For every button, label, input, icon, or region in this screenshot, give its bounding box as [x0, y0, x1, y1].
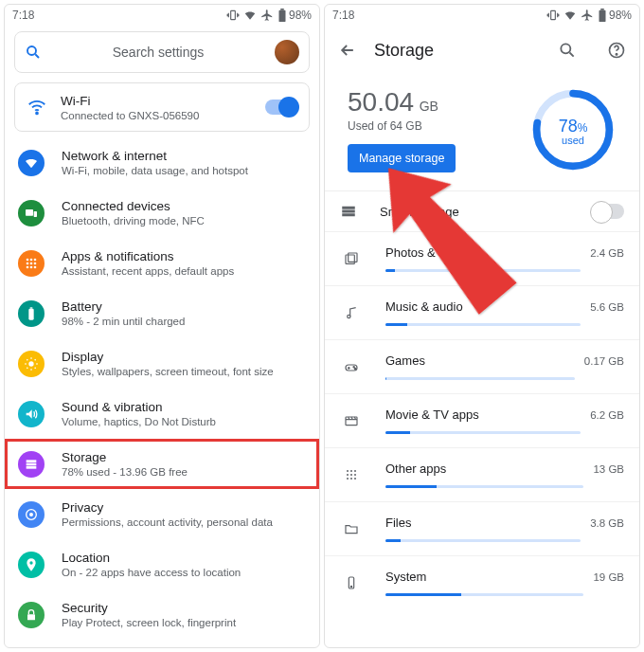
row-sub: Permissions, account activity, personal … — [62, 516, 306, 528]
category-name: Other apps — [385, 462, 583, 476]
svg-rect-28 — [600, 9, 604, 10]
row-title: Network & internet — [62, 149, 306, 163]
category-name: Movie & TV apps — [385, 408, 581, 422]
row-sub: Assistant, recent apps, default apps — [62, 265, 306, 277]
settings-row-devices[interactable]: Connected devicesBluetooth, driving mode… — [5, 188, 319, 238]
svg-point-8 — [30, 258, 33, 261]
row-sub: Volume, haptics, Do Not Disturb — [62, 416, 306, 427]
wifi-sub: Connected to GNXS-056590 — [61, 110, 265, 121]
settings-row-privacy[interactable]: PrivacyPermissions, account activity, pe… — [5, 489, 319, 539]
wifi-status-icon — [243, 9, 257, 22]
row-sub: 98% - 2 min until charged — [62, 316, 306, 327]
row-title: Security — [62, 601, 306, 615]
usage-ring: 78% used — [528, 84, 618, 175]
music-icon — [340, 305, 363, 320]
help-icon[interactable] — [607, 41, 626, 60]
settings-row-storage[interactable]: Storage78% used - 13.96 GB free — [5, 439, 319, 489]
svg-point-52 — [354, 478, 356, 480]
status-bar: 7:18 98% — [325, 5, 639, 26]
svg-rect-35 — [342, 210, 355, 213]
row-sub: Styles, wallpapers, screen timeout, font… — [62, 366, 306, 377]
used-number: 50.04 — [348, 87, 414, 117]
svg-rect-17 — [30, 307, 33, 308]
wifi-toggle[interactable] — [265, 100, 297, 115]
svg-rect-6 — [34, 211, 37, 217]
photos-icon — [340, 251, 363, 266]
vibrate-icon — [226, 9, 240, 22]
category-games[interactable]: Games0.17 GB — [325, 339, 639, 393]
row-sub: Bluetooth, driving mode, NFC — [62, 215, 306, 226]
svg-rect-36 — [342, 213, 355, 216]
storage-icon — [340, 203, 357, 220]
svg-point-14 — [30, 265, 33, 268]
search-settings[interactable]: Search settings — [14, 31, 310, 73]
settings-row-security[interactable]: SecurityPlay Protect, screen lock, finge… — [5, 589, 319, 640]
smart-toggle[interactable] — [592, 204, 624, 219]
category-value: 3.8 GB — [590, 517, 624, 529]
category-value: 5.6 GB — [590, 301, 624, 313]
svg-rect-38 — [349, 253, 357, 262]
category-bar — [385, 485, 583, 488]
svg-rect-21 — [27, 466, 37, 469]
svg-point-50 — [347, 478, 349, 480]
files-icon — [340, 521, 363, 536]
svg-point-44 — [347, 470, 349, 472]
svg-point-9 — [34, 258, 37, 261]
smart-storage-row[interactable]: Smart Storage — [325, 190, 639, 231]
svg-point-12 — [34, 262, 37, 264]
svg-rect-25 — [27, 614, 35, 620]
category-files[interactable]: Files3.8 GB — [325, 501, 639, 555]
search-icon[interactable] — [558, 41, 577, 60]
battery-icon — [277, 9, 287, 22]
settings-row-battery[interactable]: Battery98% - 2 min until charged — [5, 288, 319, 338]
avatar[interactable] — [275, 40, 299, 64]
category-list: Photos & videos2.4 GBMusic & audio5.6 GB… — [325, 231, 639, 609]
battery-icon — [18, 300, 45, 327]
display-icon — [18, 351, 45, 377]
settings-row-apps[interactable]: Apps & notificationsAssistant, recent ap… — [5, 238, 319, 288]
wifi-status-icon — [564, 9, 577, 22]
category-photos[interactable]: Photos & videos2.4 GB — [325, 231, 639, 285]
settings-list: Network & internetWi-Fi, mobile, data us… — [5, 137, 319, 647]
settings-row-location[interactable]: LocationOn - 22 apps have access to loca… — [5, 539, 319, 589]
settings-row-wifi[interactable]: Network & internetWi-Fi, mobile, data us… — [5, 137, 319, 188]
category-value: 2.4 GB — [590, 247, 624, 259]
svg-point-51 — [350, 478, 352, 480]
vibrate-icon — [546, 9, 560, 22]
svg-rect-34 — [342, 207, 355, 209]
svg-rect-16 — [28, 308, 33, 319]
used-sub: Used of 64 GB — [348, 119, 456, 133]
category-movies[interactable]: Movie & TV apps6.2 GB — [325, 393, 639, 447]
category-music[interactable]: Music & audio5.6 GB — [325, 285, 639, 339]
svg-point-49 — [354, 474, 356, 476]
category-value: 13 GB — [593, 463, 624, 475]
svg-point-29 — [561, 44, 570, 53]
storage-screen: 7:18 98% Storage 50.04 GB Used of 64 GB … — [324, 4, 640, 648]
wifi-icon — [27, 97, 47, 118]
manage-storage-button[interactable]: Manage storage — [348, 144, 456, 172]
row-title: Battery — [62, 299, 306, 314]
airplane-icon — [581, 9, 594, 22]
svg-point-3 — [27, 46, 36, 55]
svg-point-4 — [36, 113, 38, 115]
svg-rect-26 — [551, 10, 556, 19]
svg-point-15 — [34, 265, 37, 268]
svg-point-42 — [354, 368, 355, 369]
category-system[interactable]: System19 GB — [325, 555, 639, 609]
wifi-card[interactable]: Wi-Fi Connected to GNXS-056590 — [14, 82, 310, 132]
svg-point-41 — [353, 367, 354, 368]
settings-row-display[interactable]: DisplayStyles, wallpapers, screen timeou… — [5, 338, 319, 389]
category-bar — [385, 431, 581, 434]
svg-point-45 — [350, 470, 352, 472]
ring-sub: used — [528, 135, 618, 146]
svg-rect-0 — [231, 10, 236, 19]
settings-row-sound[interactable]: Sound & vibrationVolume, haptics, Do Not… — [5, 389, 319, 439]
clock: 7:18 — [332, 9, 354, 22]
settings-screen: 7:18 98% Search settings Wi-Fi Connected… — [4, 4, 320, 648]
category-value: 0.17 GB — [584, 355, 624, 367]
category-other[interactable]: Other apps13 GB — [325, 447, 639, 501]
back-icon[interactable] — [338, 41, 357, 60]
svg-rect-37 — [346, 255, 354, 263]
row-title: Sound & vibration — [62, 400, 306, 414]
svg-point-39 — [348, 315, 350, 317]
